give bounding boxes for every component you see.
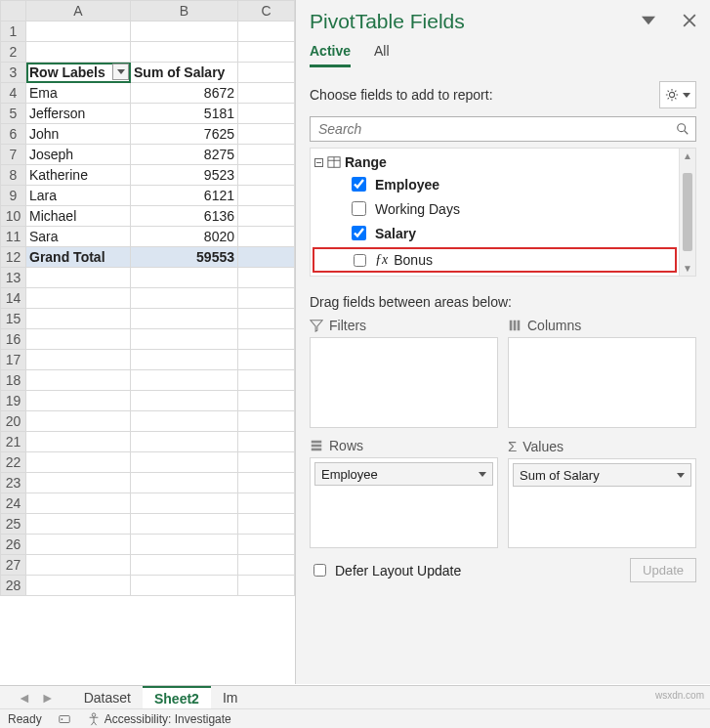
area-values-label: Values — [522, 439, 564, 454]
row-header[interactable]: 5 — [1, 104, 26, 124]
cell[interactable]: 8275 — [131, 145, 238, 165]
cell[interactable]: 9523 — [131, 165, 238, 186]
cell[interactable]: Michael — [26, 206, 131, 227]
row-header[interactable]: 19 — [1, 391, 26, 411]
value-field-chip[interactable]: Sum of Salary — [513, 463, 691, 487]
field-bonus-label: Bonus — [394, 252, 433, 268]
row-header[interactable]: 4 — [1, 83, 26, 104]
accessibility-icon[interactable] — [87, 712, 101, 726]
scroll-down-icon[interactable]: ▼ — [683, 263, 692, 274]
select-all-corner[interactable] — [1, 1, 26, 21]
col-header-b[interactable]: B — [131, 1, 238, 21]
row-header[interactable]: 7 — [1, 145, 26, 165]
sheet-tab-dataset[interactable]: Dataset — [72, 687, 143, 708]
row-header[interactable]: 13 — [1, 268, 26, 288]
field-salary-checkbox[interactable] — [352, 226, 366, 240]
row-header[interactable]: 26 — [1, 535, 26, 555]
svg-point-15 — [61, 718, 63, 720]
cell[interactable]: Jefferson — [26, 104, 131, 124]
area-values[interactable]: Σ Values Sum of Salary — [508, 438, 696, 548]
cell-grand-total-value[interactable]: 59553 — [131, 247, 238, 268]
row-header[interactable]: 28 — [1, 576, 26, 596]
row-header[interactable]: 16 — [1, 329, 26, 350]
cell[interactable]: 6121 — [131, 186, 238, 206]
row-header[interactable]: 25 — [1, 514, 26, 535]
col-header-a[interactable]: A — [26, 1, 131, 21]
cell[interactable]: Lara — [26, 186, 131, 206]
close-icon[interactable] — [683, 14, 696, 30]
cell[interactable]: 8672 — [131, 83, 238, 104]
svg-rect-13 — [312, 449, 322, 451]
field-working-days-checkbox[interactable] — [352, 201, 366, 216]
row-header[interactable]: 9 — [1, 186, 26, 206]
row-header[interactable]: 17 — [1, 350, 26, 370]
row-header[interactable]: 2 — [1, 42, 26, 63]
tab-all[interactable]: All — [374, 43, 390, 67]
cell-sum-header[interactable]: Sum of Salary — [131, 63, 238, 83]
area-rows[interactable]: Rows Employee — [310, 438, 498, 548]
cell[interactable]: 5181 — [131, 104, 238, 124]
pane-options-dropdown-icon[interactable] — [642, 14, 655, 30]
cell[interactable]: Sara — [26, 227, 131, 247]
cell-row-labels-header[interactable]: Row Labels — [26, 63, 131, 83]
tab-active[interactable]: Active — [310, 43, 351, 67]
row-header[interactable]: 14 — [1, 288, 26, 309]
search-input[interactable] — [316, 120, 676, 138]
svg-point-16 — [92, 712, 96, 716]
row-header[interactable]: 15 — [1, 309, 26, 329]
sheet-tab-im[interactable]: Im — [211, 687, 250, 708]
field-bonus-highlight[interactable]: ƒx Bonus — [313, 247, 677, 273]
macro-record-icon[interactable] — [58, 712, 71, 726]
update-button[interactable]: Update — [630, 558, 696, 582]
row-header[interactable]: 24 — [1, 493, 26, 514]
row-header[interactable]: 12 — [1, 247, 26, 268]
cell[interactable]: Ema — [26, 83, 131, 104]
cell[interactable]: Katherine — [26, 165, 131, 186]
scroll-up-icon[interactable]: ▲ — [683, 150, 692, 161]
area-columns[interactable]: Columns — [508, 318, 696, 428]
row-header[interactable]: 6 — [1, 124, 26, 145]
defer-layout-checkbox[interactable] — [313, 564, 326, 577]
row-header[interactable]: 11 — [1, 227, 26, 247]
field-employee[interactable]: Employee — [313, 172, 677, 196]
area-filters[interactable]: Filters — [310, 318, 498, 428]
tree-root-range[interactable]: Range — [313, 152, 677, 172]
row-header[interactable]: 20 — [1, 411, 26, 432]
field-list-scrollbar[interactable]: ▲ ▼ — [679, 149, 695, 276]
sigma-icon: Σ — [508, 438, 517, 454]
row-header[interactable]: 21 — [1, 432, 26, 452]
cell[interactable]: John — [26, 124, 131, 145]
cell[interactable]: 8020 — [131, 227, 238, 247]
row-header[interactable]: 22 — [1, 452, 26, 473]
defer-layout-checkbox-container[interactable]: Defer Layout Update — [310, 561, 461, 579]
cell[interactable]: 7625 — [131, 124, 238, 145]
cell-grand-total-label[interactable]: Grand Total — [26, 247, 131, 268]
col-header-c[interactable]: C — [238, 1, 295, 21]
sheet-tab-sheet2[interactable]: Sheet2 — [143, 686, 211, 709]
search-input-container[interactable] — [310, 116, 696, 142]
status-bar: Ready Accessibility: Investigate — [0, 708, 710, 728]
row-header[interactable]: 3 — [1, 63, 26, 83]
row-header[interactable]: 10 — [1, 206, 26, 227]
value-field-label: Sum of Salary — [520, 468, 600, 483]
row-header[interactable]: 27 — [1, 555, 26, 576]
tools-button[interactable] — [659, 81, 696, 108]
row-field-chip[interactable]: Employee — [314, 462, 493, 486]
row-header[interactable]: 1 — [1, 21, 26, 42]
scroll-thumb[interactable] — [683, 173, 692, 251]
svg-rect-10 — [518, 321, 521, 331]
cell[interactable]: 6136 — [131, 206, 238, 227]
row-header[interactable]: 18 — [1, 370, 26, 391]
cell[interactable]: Joseph — [26, 145, 131, 165]
filter-dropdown-button[interactable] — [112, 64, 129, 80]
sheet-nav-prev-icon[interactable]: ◄ — [18, 690, 31, 706]
choose-fields-label: Choose fields to add to report: — [310, 87, 493, 103]
sheet-nav-next-icon[interactable]: ► — [41, 690, 55, 706]
row-header[interactable]: 23 — [1, 473, 26, 493]
field-working-days[interactable]: Working Days — [313, 196, 677, 221]
field-employee-checkbox[interactable] — [352, 177, 366, 192]
row-header[interactable]: 8 — [1, 165, 26, 186]
field-bonus-checkbox[interactable] — [354, 254, 366, 267]
spreadsheet-grid[interactable]: A B C 1 2 3 Row Labels Sum of Salary 4Em… — [0, 0, 295, 684]
field-salary[interactable]: Salary — [313, 221, 677, 245]
